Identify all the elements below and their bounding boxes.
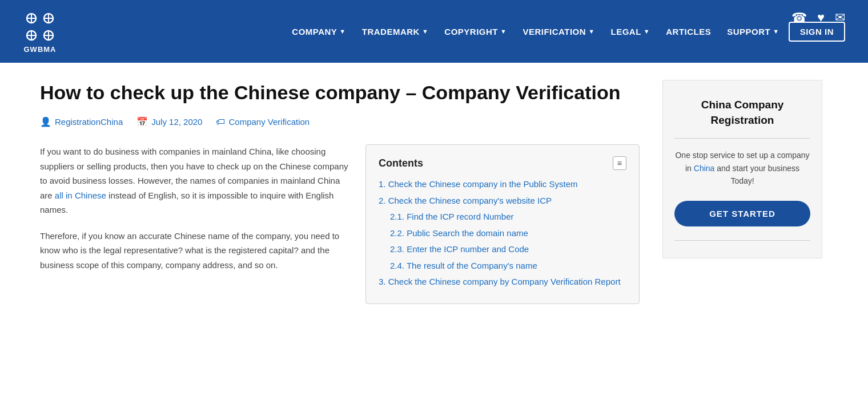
article-body: If you want to do business with companie…	[40, 144, 640, 304]
article-meta: 👤 RegistrationChina 📅 July 12, 2020 🏷 Co…	[40, 116, 640, 127]
contents-link-23[interactable]: 2.3. Enter the ICP number and Code	[390, 244, 529, 254]
article-content: How to check up the Chinese company – Co…	[40, 80, 640, 304]
nav-articles[interactable]: ARTICLES	[659, 22, 718, 41]
contents-link-1[interactable]: 1. Check the Chinese company in the Publ…	[379, 179, 578, 189]
intro-paragraph-1: If you want to do business with companie…	[40, 144, 348, 217]
sidebar-bottom-divider	[674, 240, 810, 241]
contents-header: Contents ≡	[379, 156, 626, 170]
user-icon: 👤	[40, 116, 51, 127]
main-nav: COMPANY ▼ TRADEMARK ▼ COPYRIGHT ▼ VERIFI…	[285, 22, 845, 42]
sidebar-description: One stop service to set up a company in …	[674, 149, 810, 187]
author-meta[interactable]: 👤 RegistrationChina	[40, 116, 123, 127]
email-icon[interactable]: ✉	[835, 10, 845, 25]
contents-toggle-button[interactable]: ≡	[613, 156, 626, 170]
contents-link-2[interactable]: 2. Check the Chinese company's website I…	[379, 196, 552, 205]
chevron-down-icon: ▼	[773, 28, 779, 35]
contents-list: 1. Check the Chinese company in the Publ…	[379, 178, 626, 289]
nav-copyright[interactable]: COPYRIGHT ▼	[437, 22, 513, 41]
list-item: 3. Check the Chinese company by Company …	[379, 276, 626, 289]
intro-text: If you want to do business with companie…	[40, 144, 348, 284]
contents-link-3[interactable]: 3. Check the Chinese company by Company …	[379, 277, 621, 286]
whatsapp-icon[interactable]: ☎	[791, 10, 807, 25]
main-layout: How to check up the Chinese company – Co…	[17, 63, 851, 327]
contents-title: Contents	[379, 157, 423, 169]
date-meta: 📅 July 12, 2020	[136, 116, 202, 127]
get-started-button[interactable]: GET STARTED	[674, 201, 810, 226]
wechat-icon[interactable]: ♥	[817, 10, 825, 25]
chevron-down-icon: ▼	[588, 28, 594, 35]
contents-link-24[interactable]: 2.4. The result of the Company's name	[390, 261, 537, 270]
site-header: GWBMA ☎ ♥ ✉ COMPANY ▼ TRADEMARK ▼ COPYRI…	[0, 0, 868, 63]
nav-company[interactable]: COMPANY ▼	[285, 22, 352, 41]
logo-text: GWBMA	[24, 45, 57, 54]
contents-box: Contents ≡ 1. Check the Chinese company …	[365, 144, 640, 304]
chevron-down-icon: ▼	[422, 28, 428, 35]
nav-legal[interactable]: LEGAL ▼	[604, 22, 657, 41]
nav-support[interactable]: SUPPORT ▼	[720, 22, 786, 41]
chevron-down-icon: ▼	[644, 28, 650, 35]
intro-paragraph-2: Therefore, if you know an accurate Chine…	[40, 229, 348, 273]
logo[interactable]: GWBMA	[23, 10, 57, 54]
calendar-icon: 📅	[136, 116, 148, 127]
list-item: 2.2. Public Search the domain name	[379, 227, 626, 240]
list-item: 2.3. Enter the ICP number and Code	[379, 243, 626, 256]
contents-link-21[interactable]: 2.1. Find the ICP record Number	[390, 212, 514, 221]
highlight-text: all in Chinese	[55, 191, 106, 200]
sidebar: China Company Registration One stop serv…	[662, 80, 822, 304]
tag-icon: 🏷	[216, 117, 225, 127]
header-social-icons: ☎ ♥ ✉	[791, 10, 845, 25]
nav-verification[interactable]: VERIFICATION ▼	[516, 22, 601, 41]
chevron-down-icon: ▼	[339, 28, 345, 35]
chevron-down-icon: ▼	[500, 28, 507, 35]
sidebar-top-divider	[674, 138, 810, 139]
contents-link-22[interactable]: 2.2. Public Search the domain name	[390, 228, 528, 238]
list-item: 2.4. The result of the Company's name	[379, 260, 626, 273]
logo-icon	[23, 10, 57, 44]
nav-trademark[interactable]: TRADEMARK ▼	[355, 22, 436, 41]
list-item: 2. Check the Chinese company's website I…	[379, 195, 626, 208]
china-link[interactable]: China	[694, 164, 715, 173]
page-title: How to check up the Chinese company – Co…	[40, 80, 640, 105]
list-item: 1. Check the Chinese company in the Publ…	[379, 178, 626, 191]
list-item: 2.1. Find the ICP record Number	[379, 210, 626, 224]
category-meta[interactable]: 🏷 Company Verification	[216, 117, 310, 127]
sidebar-card-title: China Company Registration	[674, 98, 810, 128]
sidebar-card: China Company Registration One stop serv…	[662, 80, 822, 258]
